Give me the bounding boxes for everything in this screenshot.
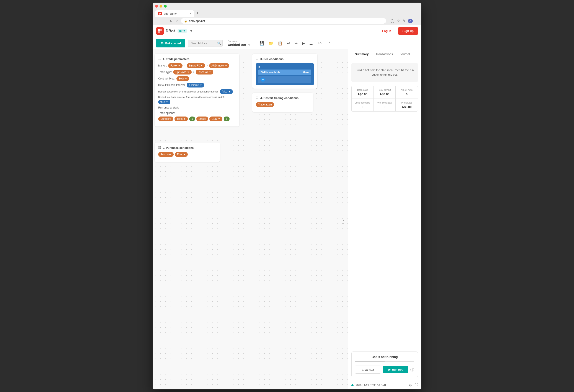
canvas-area[interactable]: ☷ 1. Trade parameters Market: Forex ▼ > …	[153, 49, 348, 389]
edit-icon[interactable]: ✎	[248, 43, 251, 47]
beta-badge: BETA	[178, 29, 187, 33]
trade-again-pill[interactable]: Trade again	[256, 102, 274, 107]
progress-bar	[355, 361, 414, 362]
if-block-empty: +	[258, 76, 311, 83]
back-button[interactable]: ←	[155, 19, 160, 24]
smartfx-dropdown-icon: ▼	[201, 64, 203, 67]
restart-dropdown-icon: ▼	[228, 90, 231, 93]
settings-icon[interactable]: ⚙	[409, 383, 412, 387]
trade-options-label: Trade options:	[158, 112, 175, 114]
total-payout-value: A$0.00	[375, 93, 394, 96]
updown-pill[interactable]: Up/Down ▼	[173, 70, 191, 75]
tab-transactions[interactable]: Transactions	[372, 49, 396, 59]
menu-icon[interactable]: ⋮	[415, 19, 419, 23]
tab-title: Bot | Deriv	[164, 12, 176, 15]
run-bot-button[interactable]: ▶ Run bot	[383, 366, 408, 373]
no-of-runs-value: 0	[397, 93, 416, 96]
profile-icon[interactable]: A	[408, 19, 413, 23]
url-bar[interactable]: 🔒 deriv.app/bot	[181, 18, 386, 24]
login-button[interactable]: Log in	[379, 27, 395, 35]
close-button[interactable]	[155, 5, 158, 8]
right-panel: Summary Transactions Journal Build a bot…	[348, 49, 421, 389]
puzzle-icon: ⚙	[160, 41, 164, 45]
total-payout-label: Total payout	[375, 89, 394, 91]
sell-condition-inner: Sell is available then	[258, 70, 311, 75]
restart-last-pill[interactable]: true ▼	[158, 100, 170, 104]
bot-status-box: Bot is not running Clear stat ▶ Run bot …	[351, 352, 418, 377]
contract-type-label: Contract Type:	[158, 77, 175, 80]
usd-pill[interactable]: USD ▼	[209, 116, 222, 121]
tab-favicon: D	[158, 12, 162, 15]
tab-journal[interactable]: Journal	[396, 49, 413, 59]
total-payout-cell: Total payout A$0.00	[374, 86, 396, 99]
expand-icon[interactable]: ⛶	[414, 383, 418, 387]
rise-dropdown-icon: ▼	[183, 153, 185, 156]
zoom-out-icon[interactable]: −○	[326, 41, 330, 45]
run-icon[interactable]: ▶	[302, 41, 305, 46]
ticks-value-pill[interactable]: 5	[189, 116, 195, 121]
purchase-cond-header: ☷ 2. Purchase conditions	[158, 146, 216, 149]
recent-icon[interactable]: 📋	[278, 41, 283, 46]
stake-value-pill[interactable]: 1	[224, 116, 229, 121]
play-icon: ▶	[389, 368, 391, 371]
candle-interval-row: Default Candle Interval: 1 minute ▼	[158, 83, 236, 88]
svg-rect-2	[158, 31, 160, 33]
undo-icon[interactable]: ↩	[287, 41, 290, 46]
search-block: 🔍	[188, 40, 223, 47]
both-pill[interactable]: Both ▼	[176, 76, 189, 81]
tab-summary[interactable]: Summary	[351, 49, 372, 59]
restart-error-label: Restart buy/sell on error (disable for b…	[158, 90, 219, 93]
list-icon[interactable]: ☰	[309, 41, 313, 46]
total-stake-value: A$0.00	[353, 93, 372, 96]
market-aud-pill[interactable]: AUD Index ▼	[209, 63, 229, 68]
purchase-header-icon: ☷	[158, 146, 161, 149]
tab-close-button[interactable]: ×	[189, 12, 191, 15]
market-forex-pill[interactable]: Forex ▼	[168, 63, 183, 68]
save-icon[interactable]: 💾	[260, 41, 264, 46]
info-button[interactable]: ⓘ	[410, 367, 414, 372]
sell-cond-header: ☷ 3. Sell conditions	[256, 57, 314, 61]
add-condition-button[interactable]: +	[261, 78, 265, 82]
logo-chevron-icon[interactable]: ▼	[189, 29, 193, 33]
purchase-conditions-card: ☷ 2. Purchase conditions Purchase Rise ▼	[155, 143, 220, 162]
app-header: DBot BETA ▼ Log in Sign up	[153, 25, 421, 37]
zoom-in-icon[interactable]: +○	[317, 41, 322, 45]
signup-button[interactable]: Sign up	[398, 27, 418, 35]
one-minute-pill[interactable]: 1 minute ▼	[187, 83, 204, 88]
maximize-button[interactable]	[164, 5, 167, 8]
restart-false-pill[interactable]: false ▼	[220, 89, 233, 94]
star-icon[interactable]: ☆	[397, 19, 400, 23]
new-tab-button[interactable]: +	[194, 9, 201, 17]
minimize-button[interactable]	[160, 5, 162, 8]
panel-tabs: Summary Transactions Journal	[348, 49, 421, 59]
reload-button[interactable]: ↻	[169, 18, 173, 24]
rise-fall-pill[interactable]: Rise/Fall ▼	[196, 70, 213, 75]
load-icon[interactable]: 📁	[268, 41, 273, 46]
forward-button[interactable]: →	[162, 19, 167, 24]
restart-last-row: Restart last trade on error (bot ignores…	[158, 96, 236, 104]
address-bar: ← → ↻ ⌂ 🔒 deriv.app/bot ◯ ☆ ✎ A ⋮	[153, 17, 421, 25]
browser-chrome: D Bot | Deriv × +	[153, 3, 421, 17]
redo-icon[interactable]: ↪	[294, 41, 298, 46]
pen-icon[interactable]: ✎	[403, 19, 405, 23]
browser-tab[interactable]: D Bot | Deriv ×	[155, 10, 194, 17]
home-button[interactable]: ⌂	[175, 19, 179, 24]
panel-footer: 2019-11-21 07:30:16 GMT ⚙ ⛶	[348, 381, 421, 389]
progress-fill	[355, 361, 385, 362]
stats-grid: Total stake A$0.00 Total payout A$0.00 N…	[351, 86, 418, 112]
circle-icon[interactable]: ◯	[390, 19, 394, 23]
get-started-button[interactable]: ⚙ Get started	[156, 39, 185, 47]
bot-name-label: Bot name	[228, 40, 251, 42]
restart-trading-card: ☷ 4. Restart trading conditions Trade ag…	[252, 93, 313, 112]
clear-stat-button[interactable]: Clear stat	[355, 366, 381, 373]
purchase-pill: Purchase	[158, 152, 174, 157]
usd-dropdown-icon: ▼	[218, 118, 220, 120]
market-smartfx-pill[interactable]: Smart FX ▼	[187, 63, 205, 68]
rise-pill[interactable]: Rise ▼	[175, 152, 188, 157]
sell-conditions-card: ☷ 3. Sell conditions if Sell is availabl…	[252, 54, 317, 89]
profit-loss-value: A$0.00	[397, 105, 416, 109]
ticks-pill[interactable]: Ticks ▼	[175, 116, 188, 121]
trade-options-row: Duration: Ticks ▼ 5 Stake:	[158, 116, 236, 121]
canvas-dots-icon[interactable]: ⋮	[342, 219, 346, 224]
aud-dropdown-icon: ▼	[225, 64, 227, 67]
